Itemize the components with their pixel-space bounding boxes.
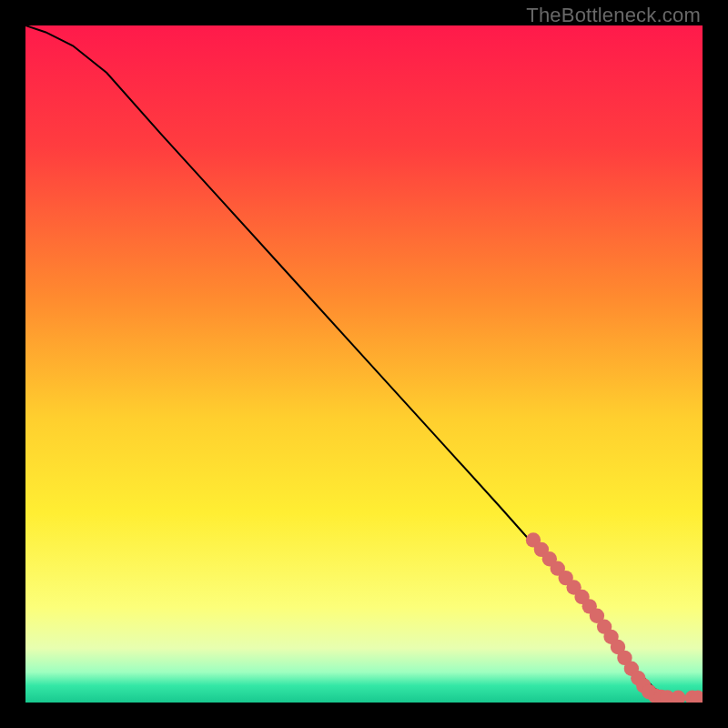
highlighted-points — [526, 532, 703, 703]
watermark-text: TheBottleneck.com — [526, 4, 701, 27]
marker-point — [671, 691, 685, 703]
bottleneck-curve — [25, 25, 703, 698]
chart-stage: TheBottleneck.com — [0, 0, 728, 728]
plot-area — [25, 25, 703, 703]
curve-layer — [25, 25, 703, 703]
